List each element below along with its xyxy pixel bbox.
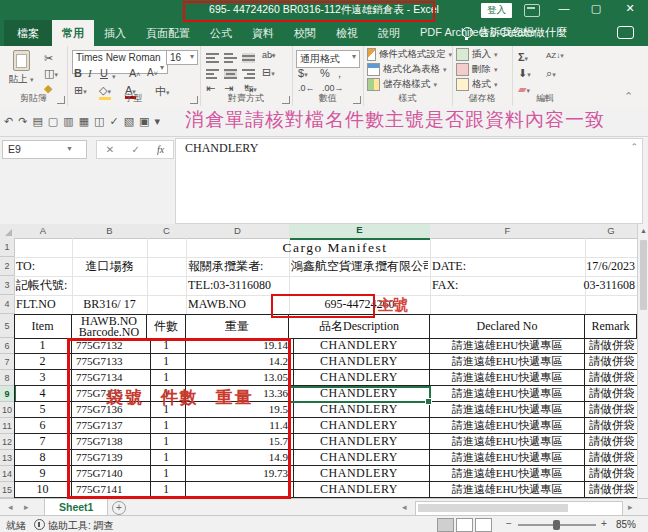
- cell-F9[interactable]: 請進遠雄EHU快遞專區: [430, 386, 585, 402]
- conditional-formatting-button[interactable]: 條件式格式設定▾: [367, 48, 452, 61]
- number-dialog-launcher-icon[interactable]: [353, 96, 361, 104]
- cell-B14[interactable]: 775G7140: [72, 466, 151, 482]
- cell-E6[interactable]: CHANDLERY: [289, 338, 430, 354]
- page-break-view-icon[interactable]: [475, 518, 492, 532]
- normal-view-icon[interactable]: [437, 518, 454, 532]
- cell-F15[interactable]: 請進遠雄EHU快遞專區: [430, 482, 585, 498]
- cell-B13[interactable]: 775G7139: [72, 450, 151, 466]
- row-header-12[interactable]: 12: [0, 434, 15, 450]
- collapse-formula-bar-icon[interactable]: ⌃: [630, 142, 638, 152]
- cell-E14[interactable]: CHANDLERY: [289, 466, 430, 482]
- cell-A13[interactable]: 8: [14, 450, 72, 466]
- zoom-slider-thumb[interactable]: [553, 520, 560, 530]
- cell-G2[interactable]: 17/6/2023: [557, 257, 635, 276]
- row-header-4[interactable]: 4: [0, 295, 15, 314]
- italic-button[interactable]: I: [88, 67, 92, 79]
- column-header-B[interactable]: B: [72, 224, 148, 239]
- page-layout-view-icon[interactable]: [456, 518, 473, 532]
- row-header-14[interactable]: 14: [0, 466, 15, 482]
- name-box-dropdown-icon[interactable]: ▼: [66, 140, 73, 157]
- clipboard-dialog-launcher-icon[interactable]: [57, 96, 65, 104]
- table-header-4[interactable]: 品名Description: [289, 314, 430, 339]
- cell-E9[interactable]: CHANDLERY: [289, 386, 430, 402]
- cell-G11[interactable]: 請做併袋: [585, 418, 641, 434]
- select-all-corner[interactable]: [0, 224, 15, 239]
- qat-camera-icon[interactable]: ▣: [139, 115, 149, 128]
- cell-G13[interactable]: 請做併袋: [585, 450, 641, 466]
- row-header-13[interactable]: 13: [0, 450, 15, 466]
- table-header-5[interactable]: Declared No: [430, 314, 585, 339]
- qat-mail-icon[interactable]: ▧: [124, 115, 134, 128]
- zoom-out-icon[interactable]: −: [506, 518, 512, 529]
- cell-F12[interactable]: 請進遠雄EHU快遞專區: [430, 434, 585, 450]
- format-cells-button[interactable]: 格式▾: [456, 78, 512, 91]
- bold-button[interactable]: B: [74, 67, 82, 79]
- ribbon-tab-view[interactable]: 檢視: [326, 20, 368, 46]
- cell-E7[interactable]: CHANDLERY: [289, 354, 430, 370]
- ribbon-tab-formulas[interactable]: 公式: [200, 20, 242, 46]
- ribbon-tab-data[interactable]: 資料: [242, 20, 284, 46]
- formula-bar[interactable]: CHANDLERY ⌃: [175, 138, 643, 224]
- cell-E2[interactable]: 鴻鑫航空貨運承攬有限公司: [291, 257, 428, 276]
- cell-C6[interactable]: 1: [147, 338, 186, 354]
- row-header-1[interactable]: 1: [0, 238, 15, 257]
- number-format-combo[interactable]: 通用格式▾: [296, 50, 360, 68]
- table-header-2[interactable]: 件數: [147, 314, 186, 339]
- cell-B2[interactable]: 進口場務: [74, 257, 145, 276]
- sort-filter-icon[interactable]: AZ↓▾: [546, 51, 564, 60]
- cell-A3[interactable]: 記帳代號:: [16, 276, 70, 295]
- cell-G6[interactable]: 請做併袋: [585, 338, 641, 354]
- cell-F10[interactable]: 請進遠雄EHU快遞專區: [430, 402, 585, 418]
- cell-F6[interactable]: 請進遠雄EHU快遞專區: [430, 338, 585, 354]
- currency-format-icon[interactable]: $▾: [298, 67, 308, 79]
- cell-C14[interactable]: 1: [147, 466, 186, 482]
- cell-G9[interactable]: 請做併袋: [585, 386, 641, 402]
- qat-new-file-icon[interactable]: ▢: [48, 115, 58, 128]
- row-header-5[interactable]: 5: [0, 314, 15, 338]
- horizontal-scroll-thumb[interactable]: [418, 504, 568, 512]
- cell-B15[interactable]: 775G7141: [72, 482, 151, 498]
- font-size-combo[interactable]: 16▾: [166, 50, 198, 65]
- cell-G12[interactable]: 請做併袋: [585, 434, 641, 450]
- insert-cells-button[interactable]: 插入▾: [456, 48, 512, 61]
- ribbon-tab-home[interactable]: 常用: [52, 20, 94, 46]
- tell-me-box[interactable]: 告訴我您想做什麼: [462, 25, 567, 40]
- close-button[interactable]: ✕: [618, 2, 642, 15]
- cell-B7[interactable]: 775G7133: [72, 354, 151, 370]
- ribbon-tab-file[interactable]: 檔案: [4, 20, 52, 46]
- cell-F8[interactable]: 請進遠雄EHU快遞專區: [430, 370, 585, 386]
- cell-D6[interactable]: 19.14: [186, 338, 294, 354]
- hscroll-right-icon[interactable]: ▸: [628, 502, 633, 512]
- cell-A12[interactable]: 7: [14, 434, 72, 450]
- cell-C8[interactable]: 1: [147, 370, 186, 386]
- orientation-icon[interactable]: ab̷▾: [262, 50, 276, 60]
- cell-F14[interactable]: 請進遠雄EHU快遞專區: [430, 466, 585, 482]
- cell-A11[interactable]: 6: [14, 418, 72, 434]
- cell-B11[interactable]: 775G7137: [72, 418, 151, 434]
- vertical-scroll-thumb[interactable]: [640, 240, 647, 310]
- shrink-font-button[interactable]: A˅: [147, 67, 158, 78]
- cell-manifest-title[interactable]: Cargo Manifest: [100, 238, 570, 257]
- collapse-ribbon-icon[interactable]: ⌃: [624, 90, 633, 103]
- cell-G10[interactable]: 請做併袋: [585, 402, 641, 418]
- ribbon-tab-page-layout[interactable]: 頁面配置: [136, 20, 200, 46]
- align-top-icon[interactable]: [206, 53, 219, 63]
- copy-icon[interactable]: ◫▾: [44, 67, 58, 80]
- merge-center-icon[interactable]: ⊟▾: [262, 66, 275, 79]
- name-box[interactable]: E9: [2, 140, 87, 159]
- fill-icon[interactable]: ⬇▾: [518, 67, 531, 80]
- minimize-button[interactable]: —: [552, 2, 576, 14]
- zoom-level[interactable]: 85%: [616, 519, 636, 530]
- qat-save-icon[interactable]: ▤: [32, 115, 42, 128]
- cell-G8[interactable]: 請做併袋: [585, 370, 641, 386]
- cell-G3[interactable]: 03-311608: [557, 276, 635, 295]
- confirm-entry-icon[interactable]: ✓: [131, 144, 139, 155]
- qat-redo-icon[interactable]: ↷: [18, 115, 27, 128]
- paste-button[interactable]: 貼上 ▾: [6, 50, 36, 98]
- cell-A9[interactable]: 4: [14, 386, 72, 402]
- cell-F11[interactable]: 請進遠雄EHU快遞專區: [430, 418, 585, 434]
- zoom-in-icon[interactable]: +: [601, 518, 607, 529]
- insert-function-icon[interactable]: fx: [157, 144, 164, 155]
- cell-D7[interactable]: 14.2: [186, 354, 294, 370]
- cell-G14[interactable]: 請做併袋: [585, 466, 641, 482]
